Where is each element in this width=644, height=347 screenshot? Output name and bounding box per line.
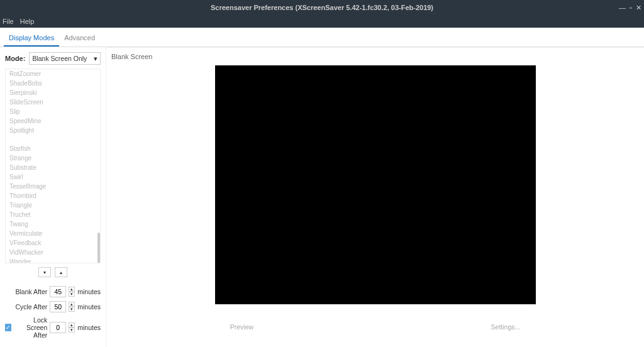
right-panel: Blank Screen Preview Settings...: [106, 47, 644, 347]
window-title: Screensaver Preferences (XScreenSaver 5.…: [211, 4, 433, 11]
tab-advanced[interactable]: Advanced: [59, 30, 100, 47]
list-item[interactable]: TessellImage: [6, 182, 100, 191]
list-item[interactable]: RotZoomer: [6, 69, 100, 79]
list-item[interactable]: Twang: [6, 219, 100, 229]
blank-after-spinner[interactable]: ▴▾: [69, 287, 75, 297]
titlebar: Screensaver Preferences (XScreenSaver 5.…: [0, 0, 644, 15]
mode-row: Mode: Blank Screen Only ▾: [5, 52, 101, 65]
tab-display-modes[interactable]: Display Modes: [4, 30, 59, 47]
list-item[interactable]: Vermiculate: [6, 229, 100, 238]
list-item[interactable]: Swirl: [6, 172, 100, 182]
list-item[interactable]: Starfish: [6, 144, 100, 153]
list-item[interactable]: Strange: [6, 153, 100, 163]
lock-after-label: Lock Screen After: [14, 316, 47, 339]
mode-value: Blank Screen Only: [32, 55, 87, 62]
menu-file[interactable]: File: [3, 18, 14, 25]
lock-after-spinner[interactable]: ▴▾: [69, 322, 75, 333]
unit-label: minutes: [77, 303, 101, 311]
list-item[interactable]: Wander: [6, 257, 100, 263]
unit-label: minutes: [77, 324, 101, 331]
settings-button[interactable]: Settings...: [491, 323, 521, 331]
blank-after-input[interactable]: [50, 286, 66, 297]
blank-after-row: Blank After ▴▾ minutes: [5, 286, 101, 297]
lock-checkbox[interactable]: ✓: [5, 324, 11, 331]
maximize-icon[interactable]: ▫: [630, 4, 632, 12]
mode-select[interactable]: Blank Screen Only ▾: [29, 52, 101, 65]
timing-settings: Blank After ▴▾ minutes Cycle After ▴▾ mi…: [5, 286, 101, 343]
unit-label: minutes: [77, 288, 101, 295]
list-item[interactable]: SlideScreen: [6, 97, 100, 107]
preview-area: [215, 65, 536, 304]
list-item[interactable]: Truchet: [6, 210, 100, 219]
preview-buttons: Preview Settings...: [111, 323, 639, 331]
cycle-after-spinner[interactable]: ▴▾: [69, 302, 75, 312]
cycle-after-row: Cycle After ▴▾ minutes: [5, 301, 101, 312]
preview-title: Blank Screen: [111, 53, 639, 60]
minimize-icon[interactable]: —: [619, 4, 626, 12]
preview-button[interactable]: Preview: [230, 323, 253, 331]
list-item[interactable]: Slip: [6, 107, 100, 116]
mode-label: Mode:: [5, 55, 25, 62]
tabs: Display Modes Advanced: [0, 30, 644, 47]
move-down-button[interactable]: ▾: [38, 267, 51, 277]
cycle-after-input[interactable]: [50, 301, 66, 312]
scrollbar-thumb[interactable]: [97, 233, 100, 263]
menu-help[interactable]: Help: [20, 18, 35, 25]
list-item[interactable]: ShadeBobs: [6, 79, 100, 88]
lock-after-row: ✓ Lock Screen After ▴▾ minutes: [5, 316, 101, 339]
menubar: File Help: [0, 15, 644, 28]
list-item[interactable]: Substrate: [6, 163, 100, 172]
screensaver-list[interactable]: RotZoomerShadeBobsSierpinskiSlideScreenS…: [5, 69, 101, 263]
chevron-down-icon: ▾: [94, 55, 97, 62]
list-item[interactable]: Sierpinski: [6, 88, 100, 97]
list-item[interactable]: Thornbird: [6, 191, 100, 201]
list-item[interactable]: [6, 135, 100, 144]
left-panel: Mode: Blank Screen Only ▾ RotZoomerShade…: [0, 47, 106, 347]
blank-after-label: Blank After: [5, 288, 47, 295]
lock-after-input[interactable]: [50, 322, 66, 333]
list-item[interactable]: VidWhacker: [6, 248, 100, 257]
move-up-button[interactable]: ▴: [55, 267, 67, 277]
list-item[interactable]: VFeedback: [6, 238, 100, 248]
content: Mode: Blank Screen Only ▾ RotZoomerShade…: [0, 47, 644, 347]
close-icon[interactable]: ✕: [636, 4, 641, 12]
list-item[interactable]: Triangle: [6, 201, 100, 210]
list-item[interactable]: Spotlight: [6, 126, 100, 135]
window-controls: — ▫ ✕: [619, 4, 641, 12]
cycle-after-label: Cycle After: [5, 303, 47, 311]
reorder-buttons: ▾ ▴: [5, 267, 101, 277]
list-item[interactable]: SpeedMine: [6, 116, 100, 126]
